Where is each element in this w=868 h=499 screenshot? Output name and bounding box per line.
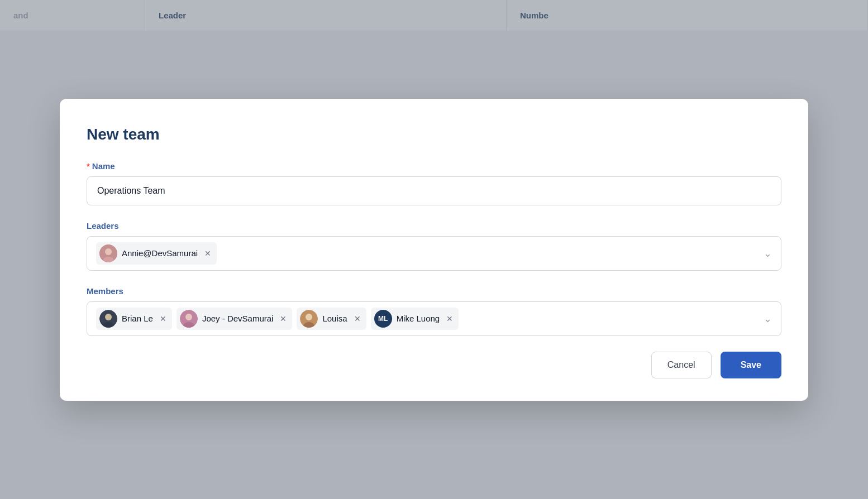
- modal-overlay: New team * Name Leaders An: [0, 0, 868, 499]
- svg-point-7: [185, 314, 192, 320]
- leaders-dropdown-chevron[interactable]: ⌄: [764, 247, 772, 260]
- avatar-joey: [180, 310, 198, 328]
- remove-member-louisa-button[interactable]: ✕: [354, 315, 361, 323]
- svg-point-10: [306, 314, 312, 320]
- leaders-selector[interactable]: Annie@DevSamurai ✕ ⌄: [87, 236, 781, 271]
- remove-member-brian-button[interactable]: ✕: [160, 315, 166, 323]
- avatar-brian: [99, 310, 117, 328]
- member-tag-joey: Joey - DevSamurai ✕: [177, 308, 293, 330]
- avatar-louisa: [300, 310, 318, 328]
- remove-member-mike-button[interactable]: ✕: [446, 315, 453, 323]
- cancel-button[interactable]: Cancel: [651, 352, 712, 378]
- name-required-marker: *: [87, 161, 90, 171]
- leader-tag-annie: Annie@DevSamurai ✕: [96, 242, 217, 265]
- members-selector[interactable]: Brian Le ✕ Joey - DevSamurai ✕: [87, 301, 781, 336]
- team-name-input[interactable]: [87, 176, 781, 205]
- members-field-label: Members: [87, 286, 781, 296]
- members-dropdown-chevron[interactable]: ⌄: [764, 313, 772, 325]
- member-name-joey: Joey - DevSamurai: [202, 314, 274, 323]
- member-name-brian: Brian Le: [122, 314, 153, 323]
- save-button[interactable]: Save: [721, 352, 781, 378]
- avatar-mike: ML: [374, 310, 392, 328]
- modal-title: New team: [87, 126, 781, 143]
- name-field-label: * Name: [87, 161, 781, 171]
- svg-point-1: [105, 248, 112, 255]
- leader-name-annie: Annie@DevSamurai: [122, 248, 198, 258]
- svg-point-4: [105, 314, 112, 320]
- member-name-mike: Mike Luong: [397, 314, 440, 323]
- remove-leader-annie-button[interactable]: ✕: [204, 250, 211, 257]
- leaders-field-label: Leaders: [87, 221, 781, 231]
- member-tag-louisa: Louisa ✕: [297, 308, 366, 330]
- member-tag-brian: Brian Le ✕: [96, 308, 172, 330]
- member-tag-mike: ML Mike Luong ✕: [371, 308, 459, 330]
- remove-member-joey-button[interactable]: ✕: [280, 315, 287, 323]
- avatar-annie: [99, 244, 117, 262]
- member-name-louisa: Louisa: [322, 314, 347, 323]
- new-team-modal: New team * Name Leaders An: [60, 99, 808, 401]
- modal-footer: Cancel Save: [87, 352, 781, 378]
